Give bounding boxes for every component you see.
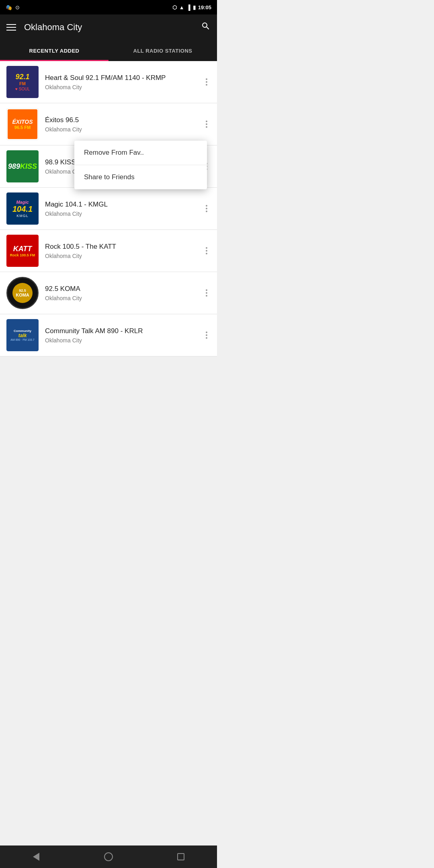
tabs-bar: RECENTLY ADDED ALL RADIO STATIONS [0, 40, 217, 61]
list-item[interactable]: 92.1 FM ♥ SOUL Heart & Soul 92.1 FM/AM 1… [0, 61, 217, 103]
station-logo-1: 92.1 FM ♥ SOUL [6, 66, 39, 98]
tab-all-radio-stations[interactable]: ALL RADIO STATIONS [108, 40, 217, 61]
battery-icon: ▮ [193, 4, 196, 10]
list-item[interactable]: Magic 104.1 KMGL Magic 104.1 - KMGL Okla… [0, 188, 217, 230]
app-icon-2: ⊙ [15, 4, 20, 10]
station-name-2: Éxitos 96.5 [45, 116, 203, 125]
station-logo-4: Magic 104.1 KMGL [6, 192, 39, 225]
station-info-2: Éxitos 96.5 Oklahoma City [45, 116, 203, 133]
station-info-6: 92.5 KOMA Oklahoma City [45, 285, 203, 301]
list-item[interactable]: Community talk AM 890 · FM 103.7 Communi… [0, 314, 217, 356]
more-options-button-7[interactable] [203, 328, 211, 342]
tab-recently-added[interactable]: RECENTLY ADDED [0, 40, 108, 61]
station-list: 92.1 FM ♥ SOUL Heart & Soul 92.1 FM/AM 1… [0, 61, 217, 356]
station-info-7: Community Talk AM 890 - KRLR Oklahoma Ci… [45, 327, 203, 344]
list-item[interactable]: KATT Rock 100.5 FM Rock 100.5 - The KATT… [0, 230, 217, 272]
station-logo-5: KATT Rock 100.5 FM [6, 235, 39, 267]
station-logo-3: 989KISS [6, 150, 39, 182]
page-title: Oklahoma City [24, 22, 82, 33]
remove-from-favorites-button[interactable]: Remove From Fav.. [74, 141, 207, 165]
signal-icon: ▐ [187, 4, 190, 10]
station-info-4: Magic 104.1 - KMGL Oklahoma City [45, 200, 203, 217]
station-city-2: Oklahoma City [45, 126, 203, 133]
station-city-4: Oklahoma City [45, 211, 203, 217]
station-city-1: Oklahoma City [45, 84, 203, 90]
more-options-button-1[interactable] [203, 75, 211, 89]
station-info-1: Heart & Soul 92.1 FM/AM 1140 - KRMP Okla… [45, 74, 203, 90]
more-options-button-2[interactable] [203, 117, 211, 131]
status-bar: 🎭 ⊙ ⬡ ▲ ▐ ▮ 19:05 [0, 0, 217, 14]
more-options-button-6[interactable] [203, 286, 211, 300]
status-bar-right: ⬡ ▲ ▐ ▮ 19:05 [172, 4, 211, 10]
cast-icon: ⬡ [172, 4, 177, 10]
more-options-button-5[interactable] [203, 244, 211, 258]
station-city-5: Oklahoma City [45, 253, 203, 259]
wifi-icon: ▲ [179, 4, 184, 10]
station-name-6: 92.5 KOMA [45, 285, 203, 293]
status-bar-left: 🎭 ⊙ [6, 4, 20, 10]
search-button[interactable] [201, 21, 211, 33]
station-name-1: Heart & Soul 92.1 FM/AM 1140 - KRMP [45, 74, 203, 82]
app-icon-1: 🎭 [6, 4, 12, 10]
menu-button[interactable] [6, 24, 16, 31]
station-city-7: Oklahoma City [45, 337, 203, 344]
station-info-5: Rock 100.5 - The KATT Oklahoma City [45, 242, 203, 259]
station-name-7: Community Talk AM 890 - KRLR [45, 327, 203, 336]
station-name-5: Rock 100.5 - The KATT [45, 242, 203, 251]
time-display: 19:05 [198, 4, 211, 10]
app-bar-left: Oklahoma City [6, 22, 82, 33]
list-item[interactable]: 92.5 KOMA 92.5 KOMA Oklahoma City [0, 272, 217, 314]
list-item[interactable]: ÉXITOS 96.5 FM Éxitos 96.5 Oklahoma City [0, 103, 217, 145]
more-options-button-4[interactable] [203, 202, 211, 215]
station-logo-6: 92.5 KOMA [6, 277, 39, 309]
app-bar: Oklahoma City [0, 14, 217, 40]
station-logo-7: Community talk AM 890 · FM 103.7 [6, 319, 39, 351]
context-menu: Remove From Fav.. Share to Friends [74, 141, 207, 189]
station-city-6: Oklahoma City [45, 295, 203, 301]
share-to-friends-button[interactable]: Share to Friends [74, 165, 207, 189]
station-name-4: Magic 104.1 - KMGL [45, 200, 203, 209]
station-logo-2: ÉXITOS 96.5 FM [6, 108, 39, 140]
